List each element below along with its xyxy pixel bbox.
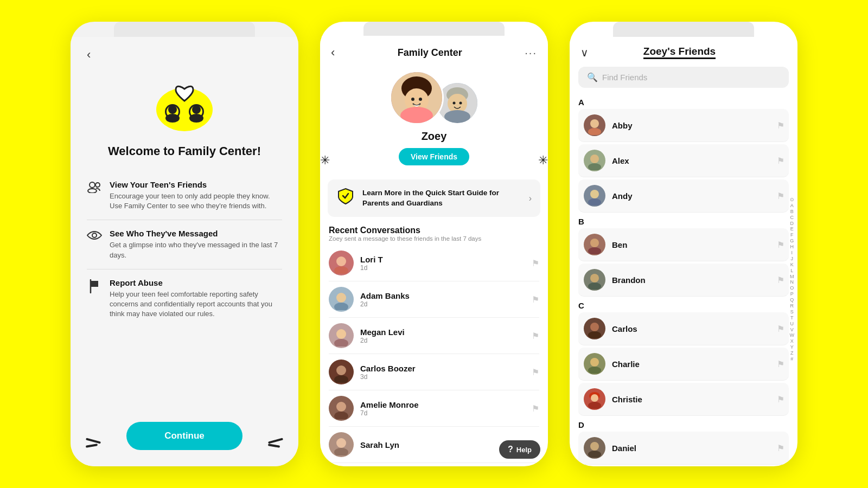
brandon-avatar (584, 269, 605, 291)
search-bar[interactable]: 🔍 Find Friends (578, 67, 789, 88)
back-button-2[interactable]: ‹ (331, 46, 335, 60)
svg-point-6 (165, 114, 180, 123)
carlos-avatar (329, 359, 354, 384)
ben-avatar (584, 234, 605, 255)
amelie-info: Amelie Monroe 7d (360, 400, 525, 417)
phone-top-bar (114, 22, 255, 37)
charlie-flag-icon: ⚑ (777, 359, 784, 369)
feature-list: View Your Teen's Friends Encourage your … (87, 171, 282, 328)
andy-avatar (584, 185, 605, 207)
svg-point-17 (411, 98, 414, 101)
recent-subtitle: Zoey sent a message to these friends in … (329, 235, 539, 242)
family-icon (152, 73, 217, 134)
lori-info: Lori T 1d (360, 255, 525, 272)
back-button[interactable]: ‹ (87, 48, 91, 62)
svg-point-57 (590, 274, 599, 282)
carlos-name: Carlos Boozer (360, 364, 525, 373)
amelie-name: Amelie Monroe (360, 400, 525, 409)
chevron-down-button[interactable]: ∨ (580, 46, 589, 59)
ghost-lines-right (268, 440, 283, 447)
friend-ben[interactable]: Ben ⚑ (578, 228, 789, 261)
help-circle-icon: ? (508, 445, 513, 454)
svg-point-23 (452, 102, 455, 105)
adam-flag-icon: ⚑ (532, 294, 539, 305)
daniel-avatar (584, 437, 605, 459)
friend-brandon[interactable]: Brandon ⚑ (578, 264, 789, 297)
friend-alex[interactable]: Alex ⚑ (578, 144, 789, 177)
help-button[interactable]: ? Help (499, 440, 540, 459)
amelie-avatar (329, 396, 354, 421)
alpha-index: ⊙ A B C D E F G H I J K L M N O P Q R S … (790, 197, 795, 362)
shield-icon (336, 187, 356, 209)
conv-carlos[interactable]: Carlos Boozer 3d ⚑ (329, 354, 539, 390)
welcome-title: Welcome to Family Center! (108, 144, 261, 158)
feature-report-abuse: Report Abuse Help your teen feel comfort… (87, 269, 282, 328)
svg-point-30 (336, 293, 346, 303)
megan-avatar (329, 323, 354, 348)
brandon-name: Brandon (612, 275, 770, 285)
svg-point-60 (590, 323, 599, 331)
carlos-time: 3d (360, 373, 525, 381)
conv-amelie[interactable]: Amelie Monroe 7d ⚑ (329, 390, 539, 427)
conv-megan[interactable]: Megan Levi 2d ⚑ (329, 318, 539, 354)
andy-name: Andy (612, 191, 770, 201)
friend-abby[interactable]: Abby ⚑ (578, 109, 789, 142)
sarah-avatar (329, 432, 354, 457)
snowflake-left: ✳ (320, 153, 330, 168)
amelie-time: 7d (360, 409, 525, 417)
alex-avatar (584, 150, 605, 171)
section-a: A Abby ⚑ (578, 98, 789, 213)
phone-zoeys-friends: ∨ Zoey's Friends 🔍 Find Friends ⊙ A B C … (570, 22, 797, 466)
friends-icon (87, 181, 102, 196)
carlos-f-flag-icon: ⚑ (777, 324, 784, 334)
family-center-title: Family Center (398, 47, 462, 59)
friend-andy[interactable]: Andy ⚑ (578, 179, 789, 213)
abby-avatar (584, 114, 605, 136)
svg-point-11 (95, 183, 100, 187)
continue-button[interactable]: Continue (126, 422, 242, 450)
quick-start-card[interactable]: Learn More in the Quick Start Guide for … (328, 179, 540, 217)
section-b: B Ben ⚑ (578, 217, 789, 297)
flag-icon (87, 279, 102, 297)
friend-daniel[interactable]: Daniel ⚑ (578, 432, 789, 465)
zoey-name: Zoey (320, 130, 548, 143)
svg-point-18 (419, 98, 422, 101)
christie-avatar (584, 388, 605, 410)
profile-section (320, 65, 548, 125)
find-friends-input[interactable]: Find Friends (602, 73, 647, 82)
lori-time: 1d (360, 264, 525, 272)
quick-start-arrow-icon: › (529, 194, 532, 203)
quick-start-text: Learn More in the Quick Start Guide for … (362, 188, 522, 208)
recent-conversations-section: Recent Conversations Zoey sent a message… (320, 223, 548, 466)
phone-top-bar-3 (613, 22, 754, 37)
ghost-lines-left (86, 440, 101, 447)
carlos-info: Carlos Boozer 3d (360, 364, 525, 381)
svg-point-70 (590, 442, 599, 451)
svg-point-33 (336, 329, 346, 339)
friends-header: ∨ Zoey's Friends (570, 37, 797, 65)
feature-see-messages: See Who They've Messaged Get a glimpse i… (87, 220, 282, 269)
lori-flag-icon: ⚑ (532, 258, 539, 268)
conv-adam[interactable]: Adam Banks 2d ⚑ (329, 281, 539, 318)
friend-charlie[interactable]: Charlie ⚑ (578, 348, 789, 381)
help-label: Help (516, 446, 532, 454)
daniel-name: Daniel (612, 444, 770, 453)
more-options-button[interactable]: ··· (525, 47, 537, 59)
charlie-avatar (584, 353, 605, 375)
abby-flag-icon: ⚑ (777, 120, 784, 131)
friend-christie[interactable]: Christie ⚑ (578, 383, 789, 416)
phone-bottom: Continue (71, 411, 298, 466)
abby-name: Abby (612, 121, 770, 130)
family-center-header: ‹ Family Center ··· (320, 36, 548, 65)
svg-point-12 (92, 233, 97, 237)
christie-name: Christie (612, 395, 770, 404)
svg-point-42 (336, 438, 346, 448)
conv-lori[interactable]: Lori T 1d ⚑ (329, 245, 539, 281)
eye-icon (87, 230, 102, 244)
zoey-avatar (390, 70, 444, 125)
alex-flag-icon: ⚑ (777, 156, 784, 166)
lori-name: Lori T (360, 255, 525, 264)
friend-carlos[interactable]: Carlos ⚑ (578, 312, 789, 345)
view-friends-button[interactable]: View Friends (399, 148, 469, 165)
lori-avatar (329, 251, 354, 275)
